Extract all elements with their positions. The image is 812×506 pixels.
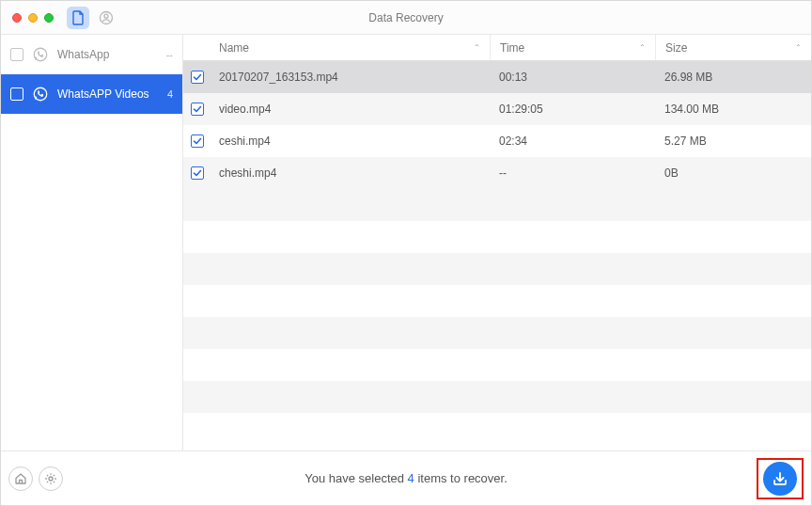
column-header-name[interactable]: Name ⌃ (210, 35, 490, 60)
empty-row (183, 221, 811, 253)
title-bar: Data Recovery (1, 1, 811, 35)
sidebar-checkbox[interactable] (10, 48, 23, 61)
row-checkbox[interactable] (191, 134, 204, 148)
cell-size: 26.98 MB (655, 71, 811, 84)
sidebar: WhatsApp--WhatsAPP Videos4 (1, 35, 183, 451)
empty-row (183, 285, 811, 317)
column-header-size[interactable]: Size ⌃ (655, 35, 811, 60)
download-icon (771, 469, 789, 488)
empty-row (183, 349, 811, 381)
cell-size: 134.00 MB (655, 103, 811, 116)
cell-name: 20170207_163153.mp4 (210, 71, 490, 84)
close-window-button[interactable] (12, 13, 22, 23)
whatsapp-icon (31, 45, 50, 64)
toolbar-files-button[interactable] (67, 7, 89, 29)
document-icon (71, 10, 85, 25)
column-label: Size (665, 41, 687, 55)
cell-time: 00:13 (490, 71, 655, 84)
home-icon (14, 472, 27, 485)
window-title: Data Recovery (1, 11, 811, 24)
minimize-window-button[interactable] (28, 13, 38, 23)
selected-count: 4 (408, 471, 414, 485)
column-label: Name (219, 41, 249, 55)
maximize-window-button[interactable] (44, 13, 54, 23)
traffic-lights (12, 13, 54, 23)
sidebar-checkbox[interactable] (10, 87, 23, 101)
table-row[interactable]: 20170207_163153.mp400:1326.98 MB (183, 61, 811, 93)
sort-caret-icon: ⌃ (795, 43, 802, 52)
settings-button[interactable] (39, 466, 63, 491)
sidebar-item-count: 4 (167, 88, 173, 100)
row-checkbox[interactable] (191, 103, 204, 116)
header-checkbox-cell (183, 35, 210, 60)
cell-name: ceshi.mp4 (210, 134, 490, 148)
empty-row (183, 381, 811, 413)
home-button[interactable] (8, 466, 33, 491)
sidebar-item[interactable]: WhatsAPP Videos4 (1, 74, 182, 114)
toolbar-user-button[interactable] (95, 7, 117, 29)
cell-size: 5.27 MB (655, 134, 811, 148)
cell-name: cheshi.mp4 (210, 166, 490, 180)
empty-row (183, 253, 811, 285)
empty-row (183, 189, 811, 221)
empty-row (183, 317, 811, 349)
table-row[interactable]: ceshi.mp402:345.27 MB (183, 125, 811, 157)
table-body[interactable]: 20170207_163153.mp400:1326.98 MBvideo.mp… (183, 61, 811, 451)
footer-status-text: You have selected 4 items to recover. (1, 471, 811, 485)
table-row[interactable]: video.mp401:29:05134.00 MB (183, 93, 811, 125)
main-area: WhatsApp--WhatsAPP Videos4 Name ⌃ Time ⌃… (1, 35, 811, 451)
column-header-time[interactable]: Time ⌃ (490, 35, 655, 60)
cell-time: 02:34 (490, 134, 655, 148)
sidebar-item-label: WhatsAPP Videos (57, 87, 149, 101)
row-checkbox[interactable] (191, 166, 204, 180)
table-row[interactable]: cheshi.mp4--0B (183, 157, 811, 189)
svg-point-1 (104, 14, 108, 18)
empty-row (183, 413, 811, 445)
sidebar-item-count: -- (166, 49, 173, 60)
cell-size: 0B (655, 166, 811, 180)
user-icon (99, 10, 114, 25)
column-label: Time (500, 41, 524, 55)
content-area: Name ⌃ Time ⌃ Size ⌃ 20170207_163153.mp4… (183, 35, 811, 451)
recover-button[interactable] (763, 462, 797, 496)
footer-bar: You have selected 4 items to recover. (1, 451, 811, 505)
gear-icon (44, 472, 57, 485)
table-header: Name ⌃ Time ⌃ Size ⌃ (183, 35, 811, 61)
svg-point-4 (49, 477, 53, 481)
cell-name: video.mp4 (210, 103, 490, 116)
cell-time: 01:29:05 (490, 103, 655, 116)
whatsapp-icon (31, 85, 50, 103)
sort-caret-icon: ⌃ (474, 43, 480, 52)
app-window: Data Recovery WhatsApp--WhatsAPP Videos4… (0, 0, 812, 506)
sort-caret-icon: ⌃ (639, 43, 646, 52)
sidebar-item-label: WhatsApp (57, 48, 109, 61)
recover-button-highlight (757, 458, 804, 499)
row-checkbox[interactable] (191, 71, 204, 84)
cell-time: -- (490, 166, 655, 180)
sidebar-item[interactable]: WhatsApp-- (1, 35, 182, 74)
